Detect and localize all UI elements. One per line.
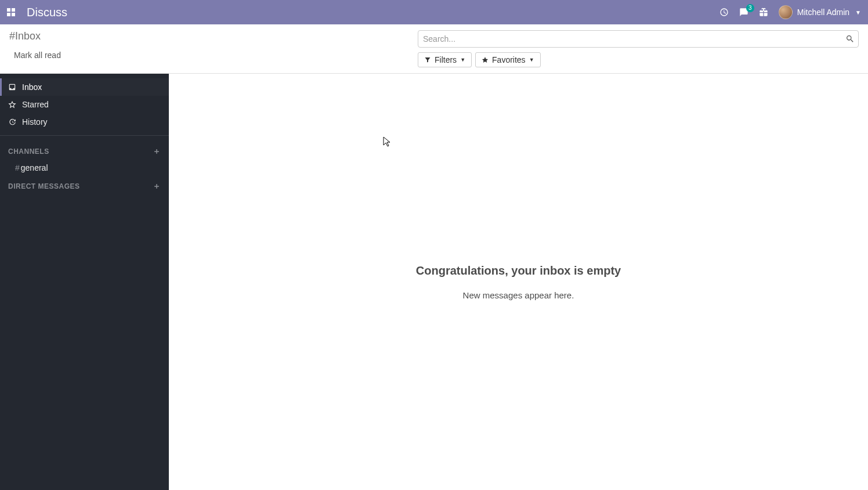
svg-rect-0 (7, 8, 10, 12)
search-wrapper (418, 30, 859, 48)
svg-rect-2 (7, 13, 10, 16)
clock-icon[interactable] (719, 8, 729, 17)
messages-badge: 3 (746, 4, 754, 12)
search-icon[interactable] (845, 34, 855, 44)
filter-row: Filters ▼ Favorites ▼ (418, 52, 859, 67)
hash-icon: # (15, 163, 20, 172)
main: Inbox Starred History CHANNELS ＋ #genera… (0, 74, 868, 490)
direct-messages-header-label: DIRECT MESSAGES (8, 182, 80, 190)
breadcrumb: #Inbox (9, 30, 61, 42)
navbar: Discuss 3 Mitchell Admin ▼ (0, 0, 868, 24)
inbox-icon (8, 83, 16, 91)
divider (0, 135, 169, 136)
search-input[interactable] (423, 34, 841, 44)
add-channel-button[interactable]: ＋ (153, 146, 161, 157)
sidebar-item-label: Starred (22, 100, 49, 109)
caret-down-icon: ▼ (855, 9, 861, 16)
funnel-icon (424, 56, 431, 63)
app-title[interactable]: Discuss (27, 6, 67, 19)
control-panel-right: Filters ▼ Favorites ▼ (418, 30, 859, 73)
sidebar-item-history[interactable]: History (0, 113, 169, 131)
sidebar-item-label: History (22, 117, 48, 127)
svg-rect-1 (12, 8, 15, 12)
favorites-label: Favorites (492, 55, 526, 64)
gift-icon[interactable] (759, 8, 768, 17)
caret-down-icon: ▼ (529, 57, 534, 63)
direct-messages-header: DIRECT MESSAGES ＋ (0, 175, 169, 195)
filters-label: Filters (435, 55, 457, 64)
add-dm-button[interactable]: ＋ (153, 181, 161, 192)
apps-icon[interactable] (7, 8, 15, 16)
channels-header: CHANNELS ＋ (0, 140, 169, 160)
user-menu[interactable]: Mitchell Admin ▼ (779, 5, 861, 19)
channels-header-label: CHANNELS (8, 147, 49, 156)
channel-name: general (21, 163, 48, 172)
content: Congratulations, your inbox is empty New… (169, 74, 868, 490)
filters-button[interactable]: Filters ▼ (418, 52, 472, 67)
channel-general[interactable]: #general (0, 160, 169, 175)
navbar-left: Discuss (7, 6, 67, 19)
svg-rect-3 (12, 13, 15, 16)
sidebar-item-starred[interactable]: Starred (0, 96, 169, 113)
star-icon (482, 56, 489, 63)
sidebar-item-label: Inbox (22, 82, 42, 92)
user-name: Mitchell Admin (797, 8, 849, 17)
history-icon (8, 118, 16, 126)
avatar (779, 5, 793, 19)
messages-icon[interactable]: 3 (739, 8, 748, 17)
star-outline-icon (8, 100, 16, 109)
caret-down-icon: ▼ (460, 57, 465, 63)
empty-title: Congratulations, your inbox is empty (416, 264, 621, 278)
empty-subtitle: New messages appear here. (463, 290, 574, 300)
cursor-icon (383, 136, 391, 147)
control-panel: #Inbox Mark all read Filters ▼ Favorites… (0, 24, 868, 74)
sidebar: Inbox Starred History CHANNELS ＋ #genera… (0, 74, 169, 490)
favorites-button[interactable]: Favorites ▼ (475, 52, 541, 67)
control-panel-left: #Inbox Mark all read (9, 30, 61, 73)
navbar-right: 3 Mitchell Admin ▼ (719, 5, 861, 19)
mark-all-read-button[interactable]: Mark all read (14, 51, 61, 60)
sidebar-item-inbox[interactable]: Inbox (0, 78, 169, 96)
